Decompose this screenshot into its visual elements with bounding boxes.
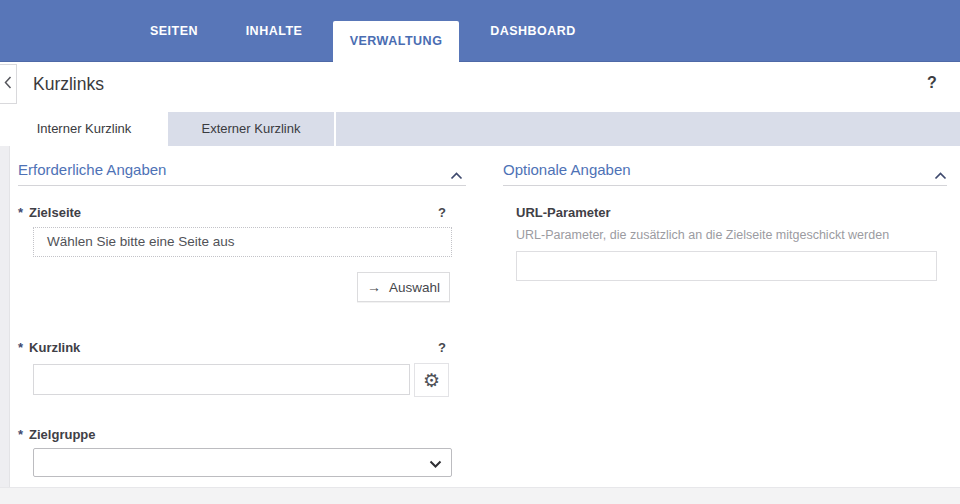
section-title-optional: Optionale Angaben <box>503 161 631 178</box>
kurzlink-help-icon[interactable]: ? <box>434 340 450 355</box>
kurzlink-settings-button[interactable]: ⚙ <box>414 363 449 397</box>
nav-tab-verwaltung[interactable]: VERWALTUNG <box>333 21 459 62</box>
kurzlink-input[interactable] <box>33 364 410 395</box>
kurzlink-type-tabs: Interner Kurzlink Externer Kurzlink <box>0 112 960 146</box>
required-marker: * <box>18 340 23 355</box>
section-divider <box>18 185 466 186</box>
gear-icon: ⚙ <box>423 371 440 390</box>
page-help-icon[interactable]: ? <box>922 74 942 92</box>
auswahl-button-label: Auswahl <box>389 280 440 295</box>
kurzlink-label: *Kurzlink <box>18 340 80 355</box>
required-marker: * <box>18 205 23 220</box>
top-navigation-bar: SEITEN INHALTE VERWALTUNG DASHBOARD <box>0 0 960 62</box>
kurzlinks-admin-screen: SEITEN INHALTE VERWALTUNG DASHBOARD Kurz… <box>0 0 960 504</box>
chevron-left-icon <box>4 75 12 93</box>
url-parameter-description: URL-Parameter, die zusätzlich an die Zie… <box>516 228 889 242</box>
collapse-chevron-up-icon[interactable] <box>450 166 463 184</box>
bottom-spacer <box>0 487 960 504</box>
nav-tab-seiten[interactable]: SEITEN <box>130 0 218 62</box>
section-title-required: Erforderliche Angaben <box>18 161 166 178</box>
zielgruppe-select[interactable] <box>33 448 452 477</box>
section-divider <box>503 185 947 186</box>
auswahl-button[interactable]: → Auswahl <box>357 272 450 302</box>
tab-externer-kurzlink[interactable]: Externer Kurzlink <box>168 112 336 146</box>
zielseite-help-icon[interactable]: ? <box>434 205 450 220</box>
url-parameter-label: URL-Parameter <box>516 205 611 220</box>
url-parameter-input[interactable] <box>516 251 937 281</box>
collapsed-side-panel <box>0 146 10 487</box>
tab-interner-kurzlink[interactable]: Interner Kurzlink <box>0 112 168 146</box>
back-button[interactable] <box>0 64 17 104</box>
page-title: Kurzlinks <box>33 74 104 95</box>
nav-tab-inhalte[interactable]: INHALTE <box>228 0 320 62</box>
arrow-right-icon: → <box>367 279 381 295</box>
nav-tab-dashboard[interactable]: DASHBOARD <box>480 0 586 62</box>
zielgruppe-label: *Zielgruppe <box>18 427 96 442</box>
zielseite-picker[interactable]: Wählen Sie bitte eine Seite aus <box>33 227 452 257</box>
page-header: Kurzlinks ? <box>0 62 960 112</box>
required-marker: * <box>18 427 23 442</box>
collapse-chevron-up-icon[interactable] <box>934 166 947 184</box>
zielseite-label: *Zielseite <box>18 205 81 220</box>
